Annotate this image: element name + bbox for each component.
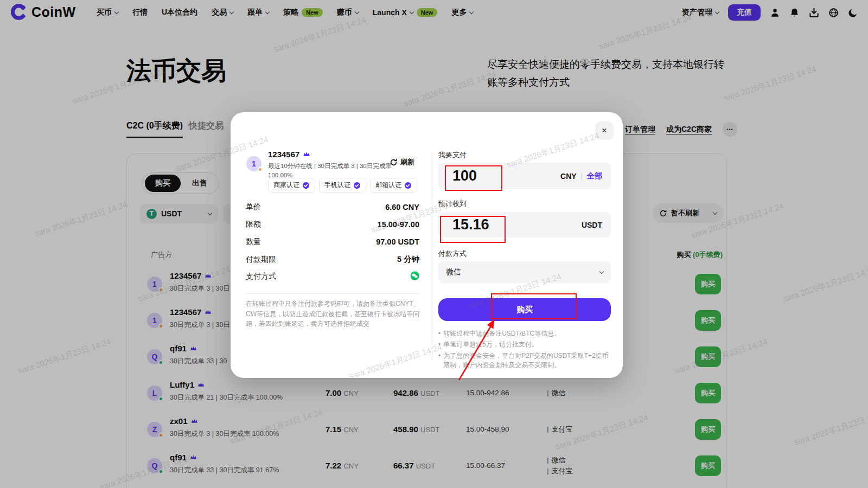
refresh-icon [390,158,398,166]
pay-amount-field[interactable]: 100 CNY | 全部 [438,163,611,189]
receive-currency: USDT [582,221,602,229]
detail-limit: 限额15.00-97.00 [246,220,419,229]
verification-badges: 商家认证 手机认证 邮箱认证 [268,178,417,192]
receive-amount-value[interactable]: 15.16 [452,216,582,233]
status-dot [258,167,263,172]
payment-method-label: 付款方式 [438,249,467,259]
payment-method-select[interactable]: 微信 [438,261,611,283]
phone-verified-badge: 手机认证 [319,178,366,192]
pay-all-button[interactable]: 全部 [587,171,602,181]
wechat-pay-icon [410,271,419,280]
receive-amount-field[interactable]: 15.16 USDT [438,212,611,237]
pay-currency: CNY [560,172,577,181]
note-item: •转账过程中请勿备注USDT/BTC等信息。 [438,329,613,338]
order-notes: •转账过程中请勿备注USDT/BTC等信息。 •单笔订单超过5万，请分批支付。 … [438,329,613,372]
detail-unit-price: 单价6.60 CNY [246,202,419,212]
detail-quantity: 数量97.00 USDT [246,237,419,247]
page: CoinW 买币 行情 U本位合约 交易 跟单 策略New 赚币 Launch … [0,0,868,488]
transfer-disclaimer: 在转账过程中只备注付款参考码即可，请勿备注类似CNYT、CW等信息，以防止造成汇… [246,299,420,329]
crown-badge-icon [303,151,310,157]
merchant-avatar: 1 [246,156,261,171]
divider [432,152,432,361]
refresh-button[interactable]: 刷新 [390,157,414,167]
divider [246,293,419,294]
pay-amount-value[interactable]: 100 [452,168,560,184]
divider: | [581,172,583,180]
pay-label: 我要支付 [438,150,467,160]
note-item: •单笔订单超过5万，请分批支付。 [438,340,613,349]
email-verified-badge: 邮箱认证 [370,178,417,192]
check-badge-icon [302,182,310,189]
check-badge-icon [353,182,361,189]
receive-label: 预计收到 [438,199,467,209]
check-badge-icon [404,182,412,189]
detail-payment-method: 支付方式 [246,271,419,282]
merchant-verified-badge: 商家认证 [268,178,315,192]
detail-payment-deadline: 付款期限5 分钟 [246,254,419,265]
buy-order-modal: × 1 1234567 最近10分钟在线 | 30日完成单 3 | 30日完成率… [231,112,623,378]
close-icon[interactable]: × [595,121,614,140]
merchant-name: 1234567 [268,150,310,159]
note-item: •为了您的资金安全，平台对P2P交易的USDT采取T+2提币限制，账户内资金划转… [438,351,613,370]
merchant-stats: 最近10分钟在线 | 30日完成单 3 | 30日完成率100.00% [268,162,404,179]
chevron-down-icon [599,269,604,273]
modal-buy-button[interactable]: 购买 [438,298,611,321]
